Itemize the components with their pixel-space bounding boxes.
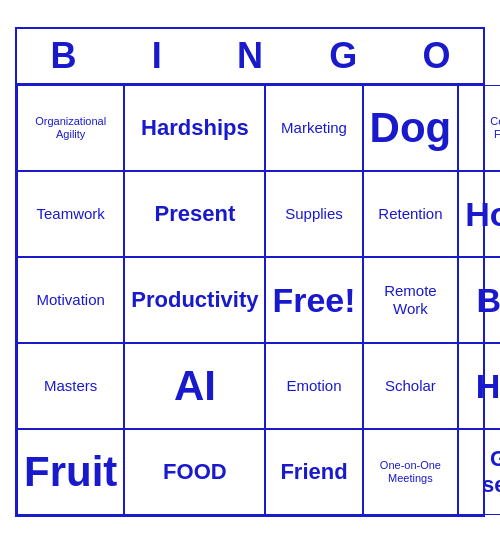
cell-text: Organizational Agility [24,115,117,141]
cell-text: FOOD [163,459,227,485]
cell-text: Masters [44,377,97,395]
cell-text: Present [155,201,236,227]
header-letter: B [17,29,110,83]
cell-text: Continuous Feedback [465,115,500,141]
cell-text: Productivity [131,287,258,313]
cell-text: AI [174,361,216,411]
bingo-cell: Emotion [265,343,362,429]
bingo-card: BINGO Organizational AgilityHardshipsMar… [15,27,485,517]
bingo-grid: Organizational AgilityHardshipsMarketing… [17,83,483,515]
cell-text: Hobby [465,194,500,235]
bingo-header: BINGO [17,29,483,83]
bingo-cell: Retention [363,171,459,257]
bingo-cell: Motivation [17,257,124,343]
cell-text: Motivation [36,291,104,309]
cell-text: Goal-setting [465,446,500,499]
bingo-cell: Dog [363,85,459,171]
bingo-cell: Scholar [363,343,459,429]
cell-text: Emotion [287,377,342,395]
bingo-cell: Hardships [124,85,265,171]
bingo-cell: Teamwork [17,171,124,257]
cell-text: Scholar [385,377,436,395]
bingo-cell: Organizational Agility [17,85,124,171]
bingo-cell: Marketing [265,85,362,171]
bingo-cell: Continuous Feedback [458,85,500,171]
cell-text: Free! [272,280,355,321]
cell-text: Hardships [141,115,249,141]
bingo-cell: Boss [458,257,500,343]
bingo-cell: AI [124,343,265,429]
cell-text: Remote Work [370,282,452,318]
cell-text: Retention [378,205,442,223]
bingo-cell: Free! [265,257,362,343]
cell-text: Dog [370,103,452,153]
header-letter: I [110,29,203,83]
cell-text: Marketing [281,119,347,137]
bingo-cell: Masters [17,343,124,429]
cell-text: Supplies [285,205,343,223]
header-letter: O [390,29,483,83]
cell-text: Habit [476,366,500,407]
bingo-cell: Present [124,171,265,257]
bingo-cell: Goal-setting [458,429,500,515]
cell-text: Friend [280,459,347,485]
bingo-cell: Supplies [265,171,362,257]
bingo-cell: Friend [265,429,362,515]
header-letter: G [297,29,390,83]
header-letter: N [203,29,296,83]
cell-text: Boss [477,280,500,321]
bingo-cell: FOOD [124,429,265,515]
cell-text: Fruit [24,447,117,497]
bingo-cell: Hobby [458,171,500,257]
bingo-cell: Fruit [17,429,124,515]
bingo-cell: Remote Work [363,257,459,343]
bingo-cell: Productivity [124,257,265,343]
cell-text: Teamwork [36,205,104,223]
bingo-cell: Habit [458,343,500,429]
bingo-cell: One-on-One Meetings [363,429,459,515]
cell-text: One-on-One Meetings [370,459,452,485]
